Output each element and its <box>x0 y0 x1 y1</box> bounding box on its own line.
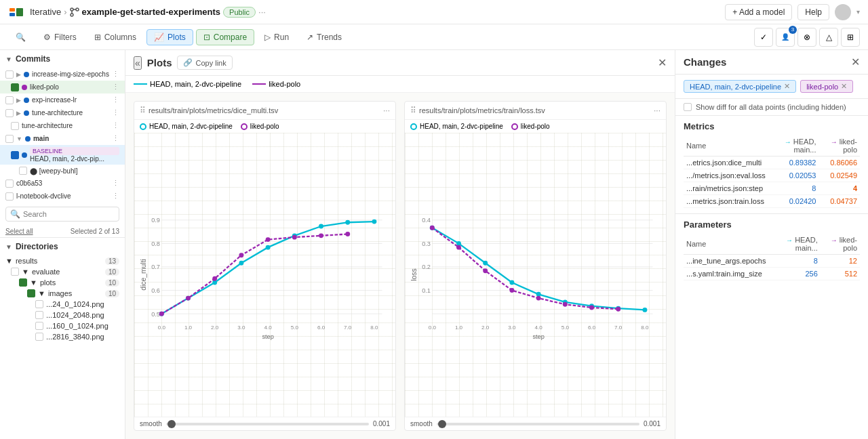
commit-checkbox-liked-polo[interactable] <box>11 83 19 91</box>
compare-button[interactable]: ⊡ Compare <box>196 29 254 45</box>
trends-button[interactable]: ↗ Trends <box>299 29 349 45</box>
commit-label-main: main <box>33 135 49 142</box>
search-toolbar-button[interactable]: 🔍 <box>8 29 33 45</box>
dir-item-plots[interactable]: ▼ plots 10 <box>0 277 125 288</box>
changes-tag-polo-label: liked-polo <box>806 83 838 91</box>
commit-checkbox-c0b6a53[interactable] <box>5 180 14 188</box>
dir-count-plots: 10 <box>105 279 119 287</box>
commit-item-liked-polo[interactable]: liked-polo ⋮ <box>0 81 125 93</box>
commit-item-main[interactable]: ▼ main ⋮ <box>0 132 125 145</box>
main-more-icon[interactable]: ⋮ <box>112 134 119 143</box>
dir-item-images[interactable]: ▼ images 10 <box>0 288 125 299</box>
metric-head-val: 0.02053 <box>768 169 819 182</box>
smooth-val-loss: 0.001 <box>644 420 660 427</box>
changes-tag-head-close[interactable]: ✕ <box>784 82 790 91</box>
dir-checkbox-1024png[interactable] <box>35 311 43 319</box>
svg-text:7.0: 7.0 <box>344 325 352 331</box>
more-options-icon[interactable]: ··· <box>258 7 266 17</box>
search-icon: 🔍 <box>10 209 20 219</box>
dir-count-results: 13 <box>105 257 119 265</box>
search-box[interactable]: 🔍 <box>5 207 119 222</box>
metrics-col-name: Name <box>684 135 768 156</box>
plots-button[interactable]: 📈 Plots <box>146 29 193 45</box>
commit-item-exp-increase-lr[interactable]: ▶ exp-increase-lr ⋮ <box>0 93 125 106</box>
close-changes-button[interactable]: ✕ <box>851 56 860 68</box>
dir-label-plots: plots <box>40 278 56 287</box>
toolbar-icon-5[interactable]: ⊞ <box>841 28 860 47</box>
commit-checkbox-head[interactable] <box>11 151 19 159</box>
run-button[interactable]: ▷ Run <box>257 29 296 45</box>
commit-checkbox-tune2[interactable] <box>11 122 19 130</box>
params-col-head: → HEAD, main... <box>768 234 820 255</box>
dir-checkbox-24png[interactable] <box>35 300 43 308</box>
toolbar-icon-2[interactable]: 👤 3 <box>776 28 795 47</box>
commit-label-liked-polo: liked-polo <box>30 83 59 91</box>
commit-checkbox-main[interactable] <box>5 135 14 143</box>
c0b6-more-icon[interactable]: ⋮ <box>112 179 119 188</box>
copy-link-button[interactable]: 🔗 Copy link <box>177 56 232 70</box>
add-model-button[interactable]: + Add a model <box>725 4 792 20</box>
changes-tag-polo-close[interactable]: ✕ <box>841 82 847 91</box>
commit-checkbox-eb6a69[interactable] <box>19 167 27 175</box>
dir-item-160-png[interactable]: ...160_0_1024.png <box>0 320 125 331</box>
notebook-more-icon[interactable]: ⋮ <box>112 192 119 201</box>
dir-checkbox-images[interactable] <box>27 289 35 297</box>
directories-section-header[interactable]: ▼ Directories <box>0 238 125 255</box>
commit-item-eb6a69[interactable]: ⬤ [weepy-buhl] <box>0 165 125 177</box>
dir-checkbox-2816png[interactable] <box>35 333 43 341</box>
commit-item-c0b6a53[interactable]: c0b6a53 ⋮ <box>0 177 125 190</box>
avatar[interactable] <box>835 4 851 20</box>
commit-dot-main <box>25 136 31 142</box>
toolbar-icon-3[interactable]: ⊗ <box>797 28 816 47</box>
chart-more-loss[interactable]: ··· <box>654 106 660 115</box>
commit-checkbox-notebook[interactable] <box>5 192 14 201</box>
columns-button[interactable]: ⊞ Columns <box>87 29 144 45</box>
collapse-button[interactable]: « <box>134 56 142 70</box>
diff-checkbox-row: Show diff for all data points (including… <box>675 99 868 116</box>
smooth-slider-loss[interactable] <box>437 423 639 425</box>
chart-more-dice[interactable]: ··· <box>383 106 390 115</box>
diff-checkbox[interactable] <box>684 103 692 111</box>
avatar-dropdown-icon[interactable]: ▾ <box>856 8 860 16</box>
svg-text:0.2: 0.2 <box>422 264 431 270</box>
param-polo-val: 12 <box>821 255 860 268</box>
commit-checkbox-increase-img[interactable] <box>5 70 14 79</box>
filters-button[interactable]: ⚙ Filters <box>36 29 84 45</box>
toolbar-icon-1[interactable]: ✓ <box>754 28 773 47</box>
commits-chevron: ▼ <box>5 56 12 63</box>
commit-item-head-main[interactable]: BASELINE HEAD, main, 2-dvc-pip... <box>0 145 125 165</box>
dir-checkbox-160png[interactable] <box>35 322 43 330</box>
select-all-label[interactable]: Select all <box>5 228 33 235</box>
commit-item-increase-img[interactable]: ▶ increase-img-size-epochs ⋮ <box>0 68 125 81</box>
repo-name[interactable]: example-get-started-experiments <box>82 7 220 17</box>
drag-icon-loss[interactable]: ⠿ <box>410 106 416 115</box>
dir-item-evaluate[interactable]: ▼ evaluate 10 <box>0 266 125 277</box>
commit-item-tune-arch[interactable]: ▶ tune-architecture ⋮ <box>0 106 125 119</box>
exp-more-icon[interactable]: ⋮ <box>112 96 119 104</box>
drag-icon-dice[interactable]: ⠿ <box>140 106 146 115</box>
help-button[interactable]: Help <box>797 4 829 20</box>
commit-checkbox-exp[interactable] <box>5 96 14 104</box>
tune2-more-icon[interactable]: ⋮ <box>112 121 119 130</box>
dir-checkbox-evaluate[interactable] <box>11 268 19 276</box>
org-name[interactable]: Iterative <box>30 7 61 17</box>
smooth-handle-dice[interactable] <box>167 420 176 428</box>
liked-polo-more-icon[interactable]: ⋮ <box>112 83 119 91</box>
commit-more-icon[interactable]: ⋮ <box>112 70 119 79</box>
toolbar-icon-4[interactable]: △ <box>819 28 838 47</box>
smooth-slider-dice[interactable] <box>166 423 369 425</box>
search-input[interactable] <box>23 210 117 218</box>
smooth-val-dice: 0.001 <box>373 420 390 427</box>
dir-item-results[interactable]: ▼ results 13 <box>0 255 125 266</box>
commit-item-tune-arch-2[interactable]: tune-architecture ⋮ <box>0 119 125 132</box>
dir-item-1024-png[interactable]: ...1024_2048.png <box>0 310 125 320</box>
dir-item-24-png[interactable]: ...24_0_1024.png <box>0 299 125 310</box>
tune-more-icon[interactable]: ⋮ <box>112 108 119 117</box>
dir-item-2816-png[interactable]: ...2816_3840.png <box>0 331 125 342</box>
close-plots-button[interactable]: ✕ <box>658 56 667 69</box>
dir-checkbox-plots[interactable] <box>19 278 27 287</box>
commit-checkbox-tune[interactable] <box>5 109 14 117</box>
commits-section-header[interactable]: ▼ Commits <box>0 50 125 68</box>
smooth-handle-loss[interactable] <box>438 420 446 428</box>
commit-item-l-notebook[interactable]: l-notebook-dvclive ⋮ <box>0 190 125 203</box>
